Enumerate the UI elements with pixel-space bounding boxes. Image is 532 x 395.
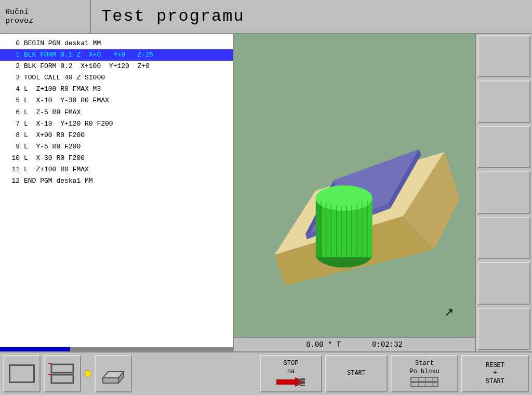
line-num: 6	[5, 107, 20, 118]
line-content: L X-30 R0 F200	[24, 153, 85, 164]
code-line: 9L Y-5 R0 F200	[5, 141, 228, 153]
3d-scene: ↗	[234, 34, 475, 337]
line-num: 3	[5, 72, 20, 84]
line-content: END PGM deska1 MM	[24, 175, 93, 187]
start-button[interactable]: START	[325, 355, 388, 392]
progress-bar	[0, 347, 70, 351]
stop-na-button[interactable]: STOP na	[260, 355, 322, 392]
line-content: L Z-5 R0 FMAX	[24, 107, 81, 118]
stack-icon	[48, 361, 76, 386]
line-num: 12	[5, 175, 20, 187]
reset-start-label: START	[486, 378, 504, 386]
mode-label: Ruční provoz	[0, 0, 91, 33]
svg-rect-35	[300, 378, 305, 380]
start-label: START	[347, 370, 366, 378]
right-sidebar	[475, 34, 532, 351]
svg-rect-40	[411, 383, 438, 387]
code-line: 7L X-10 Y+120 R0 F200	[5, 118, 228, 130]
start-po-bloku-button[interactable]: Start Po bloku	[391, 355, 458, 392]
main-content: 0BEGIN PGM deska1 MM1BLK FORM 0.1 Z X+0 …	[0, 34, 532, 351]
line-content: L Y-5 R0 F200	[24, 141, 81, 153]
code-line: 1BLK FORM 0.1 Z X+0 Y+0 Z-25	[0, 49, 233, 61]
start-po-bloku-icon	[410, 376, 439, 388]
reset-label: RESET	[486, 362, 504, 370]
sidebar-btn-4[interactable]	[477, 171, 530, 213]
line-num: 11	[5, 164, 20, 175]
view-panel: ↗ 8.00 * T 0:02:32	[234, 34, 475, 351]
svg-rect-39	[411, 377, 438, 382]
header: Ruční provoz Test programu	[0, 0, 532, 34]
sidebar-btn-3[interactable]	[477, 126, 530, 168]
svg-rect-36	[300, 380, 305, 382]
stop-label: STOP	[284, 360, 299, 368]
mode-line1: Ruční	[5, 8, 33, 17]
sidebar-btn-6[interactable]	[477, 262, 530, 304]
svg-rect-25	[51, 364, 73, 373]
line-num: 8	[5, 130, 20, 141]
reset-start-button[interactable]: RESET + START	[461, 355, 529, 392]
line-num: 7	[5, 118, 20, 130]
code-line: 0BEGIN PGM deska1 MM	[5, 38, 228, 49]
tool-btn-2[interactable]	[44, 355, 81, 392]
toolbar: STOP na START Start Po bloku	[0, 351, 532, 395]
title-area: Test programu	[91, 0, 532, 33]
svg-rect-30	[103, 378, 118, 383]
start-po-bloku-line1: Start	[415, 360, 434, 368]
block-icon	[98, 362, 129, 385]
line-num: 10	[5, 153, 20, 164]
line-content: L X-10 Y-30 R0 FMAX	[24, 95, 109, 106]
yellow-indicator	[84, 370, 91, 377]
svg-rect-26	[51, 375, 73, 383]
stop-na-label: na	[287, 368, 295, 376]
sidebar-btn-1[interactable]	[477, 35, 530, 77]
line-num: 9	[5, 141, 20, 153]
line-content: L Z+100 R0 FMAX M3	[24, 84, 101, 95]
line-num: 2	[5, 61, 20, 72]
line-num: 4	[5, 84, 20, 95]
code-line: 11L Z+100 R0 FMAX	[5, 164, 228, 175]
line-content: TOOL CALL 40 Z S1000	[24, 72, 105, 84]
sidebar-btn-5[interactable]	[477, 217, 530, 259]
line-content: BLK FORM 0.1 Z X+0 Y+0 Z-25	[24, 49, 154, 61]
stop-icon	[275, 376, 307, 388]
code-line: 12END PGM deska1 MM	[5, 175, 228, 187]
status-right: 0:02:32	[372, 340, 403, 349]
line-num: 0	[5, 38, 20, 49]
svg-text:↗: ↗	[444, 306, 454, 319]
line-content: L X-10 Y+120 R0 F200	[24, 118, 113, 130]
line-content: L X+90 R0 F200	[24, 130, 85, 141]
code-panel: 0BEGIN PGM deska1 MM1BLK FORM 0.1 Z X+0 …	[0, 34, 234, 351]
code-line: 8L X+90 R0 F200	[5, 130, 228, 141]
svg-point-13	[316, 185, 373, 211]
start-po-bloku-line2: Po bloku	[409, 368, 440, 376]
line-content: BLK FORM 0.2 X+100 Y+120 Z+0	[24, 61, 150, 72]
rect-outline-icon	[9, 364, 35, 383]
tool-btn-1[interactable]	[3, 355, 41, 392]
page-title: Test programu	[101, 7, 245, 26]
viewport: ↗	[234, 34, 475, 337]
line-num: 5	[5, 95, 20, 106]
status-bar: 8.00 * T 0:02:32	[234, 337, 475, 351]
reset-plus-label: +	[493, 370, 497, 378]
mode-line2: provoz	[5, 17, 33, 25]
code-line: 4L Z+100 R0 FMAX M3	[5, 84, 228, 95]
code-line: 5L X-10 Y-30 R0 FMAX	[5, 95, 228, 106]
progress-bar-container	[0, 347, 234, 351]
line-content: L Z+100 R0 FMAX	[24, 164, 89, 175]
code-line: 6L Z-5 R0 FMAX	[5, 107, 228, 118]
tool-btn-3[interactable]	[95, 355, 132, 392]
status-left: 8.00 * T	[306, 340, 341, 349]
svg-rect-37	[300, 383, 305, 384]
code-line: 10L X-30 R0 F200	[5, 153, 228, 164]
line-content: BEGIN PGM deska1 MM	[24, 38, 101, 49]
line-num: 1	[5, 49, 20, 61]
code-line: 2BLK FORM 0.2 X+100 Y+120 Z+0	[5, 61, 228, 72]
svg-rect-32	[276, 379, 295, 385]
svg-rect-38	[300, 385, 305, 386]
sidebar-btn-7[interactable]	[477, 308, 530, 350]
sidebar-btn-2[interactable]	[477, 80, 530, 122]
code-line: 3TOOL CALL 40 Z S1000	[5, 72, 228, 84]
